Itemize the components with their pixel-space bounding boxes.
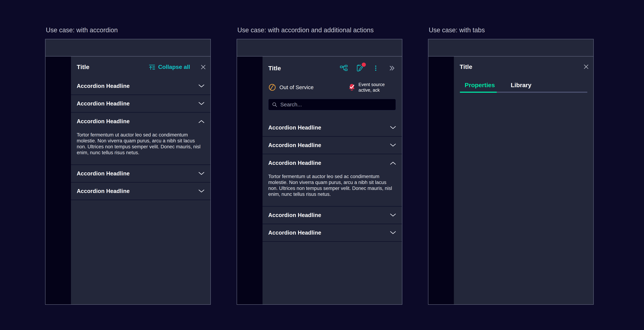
chevron-down-icon — [390, 213, 396, 217]
no-entry-icon — [268, 83, 276, 91]
content-backdrop — [46, 56, 71, 304]
accordion-header[interactable]: Accordion Headline — [262, 137, 402, 154]
tab-bar: Properties Library — [454, 78, 593, 92]
status-row: Out of Service Event source ac — [262, 80, 402, 95]
chevron-down-icon — [198, 172, 205, 175]
tab-underline-track — [460, 92, 588, 93]
accordion-body-text: Tortor fermentum ut auctor leo sed ac co… — [262, 172, 402, 207]
app-frame: Title — [237, 39, 402, 305]
collapse-panel-icon — [388, 64, 396, 72]
side-panel: Title — [262, 56, 402, 304]
note-edit-button[interactable] — [356, 64, 364, 72]
accordion-list: Accordion Headline Accordion Headline Ac… — [71, 77, 210, 200]
side-panel: Title Properties Library — [454, 56, 593, 304]
app-frame: Title Collapse all — [45, 39, 211, 305]
app-frame: Title Properties Library — [428, 39, 594, 305]
chevron-down-icon — [198, 84, 205, 88]
close-icon — [200, 64, 206, 70]
usecase-accordion-actions: Use case: with accordion and additional … — [237, 27, 402, 305]
usecase-label: Use case: with accordion — [46, 27, 211, 33]
tab-library[interactable]: Library — [506, 78, 536, 92]
accordion-header[interactable]: Accordion Headline — [71, 165, 210, 182]
search-icon — [272, 102, 278, 107]
more-options-button[interactable] — [372, 65, 379, 72]
app-top-bar — [237, 39, 402, 56]
content-backdrop — [428, 56, 454, 304]
accordion-list: Accordion Headline Accordion Headline Ac… — [262, 119, 402, 242]
alarm-bell-check-icon — [348, 83, 356, 91]
usecase-tabs: Use case: with tabs Title — [428, 27, 594, 305]
topology-button[interactable] — [340, 64, 348, 72]
close-button[interactable] — [583, 63, 590, 70]
close-icon — [583, 63, 590, 70]
accordion-header[interactable]: Accordion Headline — [262, 224, 402, 242]
chevron-up-icon — [198, 120, 205, 123]
chevron-down-icon — [390, 126, 396, 130]
chevron-down-icon — [390, 231, 396, 235]
accordion-header[interactable]: Accordion Headline — [262, 207, 402, 224]
chevron-down-icon — [390, 144, 396, 147]
accordion-header[interactable]: Accordion Headline — [71, 182, 210, 200]
side-panel: Title Collapse all — [71, 56, 210, 304]
accordion-header[interactable]: Accordion Headline — [71, 95, 210, 113]
panel-title: Title — [460, 63, 472, 70]
kebab-menu-icon — [372, 65, 379, 72]
collapse-all-icon — [148, 63, 156, 71]
accordion-body-text: Tortor fermentum ut auctor leo sed ac co… — [71, 130, 210, 165]
usecase-accordion: Use case: with accordion Title — [45, 27, 211, 305]
panel-title: Title — [268, 65, 281, 72]
chevron-down-icon — [198, 189, 205, 193]
content-backdrop — [237, 56, 262, 304]
tab-properties[interactable]: Properties — [460, 78, 500, 92]
search-field[interactable] — [268, 99, 396, 110]
chevron-up-icon — [390, 161, 396, 165]
usecase-label: Use case: with accordion and additional … — [237, 27, 402, 33]
notification-badge — [362, 63, 366, 67]
accordion-header[interactable]: Accordion Headline — [71, 113, 210, 130]
accordion-header[interactable]: Accordion Headline — [262, 154, 402, 172]
accordion-header[interactable]: Accordion Headline — [262, 119, 402, 137]
collapse-panel-button[interactable] — [388, 64, 396, 72]
topology-icon — [340, 64, 348, 72]
event-source-status: Event source active, ack — [348, 82, 385, 93]
usecase-label: Use case: with tabs — [429, 27, 594, 33]
app-top-bar — [428, 39, 593, 56]
status-text: Out of Service — [280, 84, 314, 90]
chevron-down-icon — [198, 102, 205, 105]
close-button[interactable] — [200, 64, 206, 70]
accordion-header[interactable]: Accordion Headline — [71, 77, 210, 95]
app-top-bar — [46, 39, 210, 56]
search-input[interactable] — [280, 101, 392, 108]
collapse-all-label: Collapse all — [158, 64, 190, 70]
active-tab-indicator — [460, 92, 497, 93]
panel-title: Title — [77, 63, 90, 70]
collapse-all-button[interactable]: Collapse all — [148, 63, 190, 71]
